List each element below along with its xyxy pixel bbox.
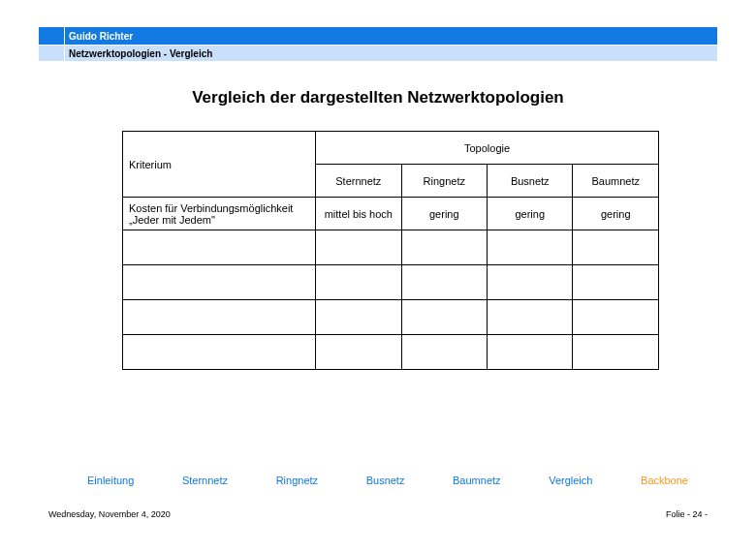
cell-ring: gering [401, 198, 487, 230]
header-square-dark [39, 27, 64, 45]
nav-item-baumnetz[interactable]: Baumnetz [453, 475, 501, 486]
slide: Guido Richter Netzwerktopologien - Vergl… [39, 27, 717, 525]
col-topologie: Topologie [316, 132, 659, 165]
comparison-table: Kriterium Topologie Sternnetz Ringnetz B… [122, 131, 659, 370]
nav-item-backbone[interactable]: Backbone [641, 475, 688, 486]
cell-kriterium: Kosten für Verbindungsmöglichkeit „Jeder… [123, 198, 316, 230]
table-row: Kosten für Verbindungsmöglichkeit „Jeder… [123, 198, 659, 230]
nav-item-busnetz[interactable]: Busnetz [366, 475, 405, 486]
col-stern: Sternnetz [316, 165, 401, 198]
header-block: Guido Richter Netzwerktopologien - Vergl… [39, 27, 717, 61]
comparison-table-wrap: Kriterium Topologie Sternnetz Ringnetz B… [122, 131, 659, 370]
header-row-author: Guido Richter [39, 27, 717, 45]
header-bar-subtitle: Netzwerktopologien - Vergleich [65, 46, 717, 61]
table-row-empty [123, 230, 659, 265]
footer: Wednesday, November 4, 2020 Folie - 24 - [39, 509, 717, 519]
col-baum: Baumnetz [573, 165, 659, 198]
page-title: Vergleich der dargestellten Netzwerktopo… [39, 88, 717, 107]
footer-page: Folie - 24 - [666, 509, 708, 519]
table-header-row-1: Kriterium Topologie [123, 132, 659, 165]
header-bar-author: Guido Richter [65, 27, 717, 45]
col-ring: Ringnetz [401, 165, 487, 198]
subtitle-label: Netzwerktopologien - Vergleich [69, 48, 212, 59]
header-square-light [39, 46, 64, 61]
nav-item-einleitung[interactable]: Einleitung [87, 475, 134, 486]
author-label: Guido Richter [69, 31, 133, 42]
table-row-empty [123, 335, 659, 370]
cell-stern: mittel bis hoch [316, 198, 401, 230]
header-row-subtitle: Netzwerktopologien - Vergleich [39, 46, 717, 61]
nav-item-ringnetz[interactable]: Ringnetz [276, 475, 318, 486]
col-kriterium: Kriterium [123, 132, 316, 198]
bottom-nav: Einleitung Sternnetz Ringnetz Busnetz Ba… [39, 475, 717, 486]
cell-baum: gering [573, 198, 659, 230]
table-row-empty [123, 300, 659, 335]
table-row-empty [123, 265, 659, 300]
nav-item-sternnetz[interactable]: Sternnetz [182, 475, 228, 486]
nav-item-vergleich[interactable]: Vergleich [549, 475, 592, 486]
col-bus: Busnetz [488, 165, 573, 198]
cell-bus: gering [488, 198, 573, 230]
footer-date: Wednesday, November 4, 2020 [48, 509, 171, 519]
